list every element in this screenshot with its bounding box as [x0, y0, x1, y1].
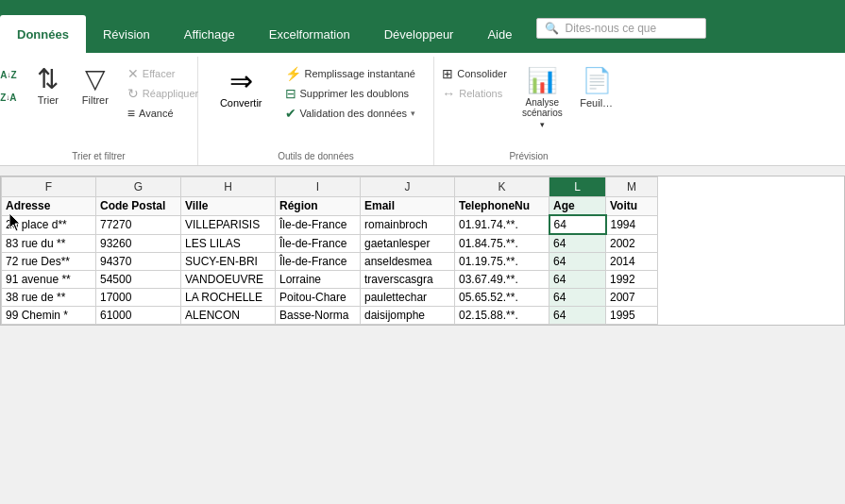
tab-bar: Données Révision Affichage Excelformatio…: [0, 0, 845, 53]
table-row[interactable]: 99 Chemin * 61000 ALENCON Basse-Norma da…: [2, 307, 658, 325]
col-header-K[interactable]: K: [455, 177, 549, 197]
group-outils-donnees: ⇒ Convertir ⚡ Remplissage instantané ⊟ S…: [198, 57, 434, 165]
group-outils-donnees-label: Outils de données: [198, 151, 433, 161]
analyse-arrow: ▾: [540, 120, 545, 129]
group-prevision: ⊞ Consolider ↔ Relations 📊 Analyse scéna…: [434, 57, 623, 165]
validation-icon: ✔: [285, 106, 296, 121]
convertir-icon: ⇒: [229, 64, 253, 97]
table-row[interactable]: 83 rue du ** 93260 LES LILAS Île-de-Fran…: [2, 234, 658, 253]
spreadsheet: F G H I J K L M Adresse Code Postal Vill…: [0, 176, 845, 326]
filter-options-group: ✕ Effacer ↻ Réappliquer ≡ Avancé: [124, 64, 202, 123]
col-header-J[interactable]: J: [361, 177, 455, 197]
tab-developpeur[interactable]: Développeur: [367, 15, 471, 53]
analyse-button[interactable]: 📊 Analyse scénarios ▾: [516, 62, 568, 133]
table-header-row: Adresse Code Postal Ville Région Email T…: [2, 197, 658, 216]
sort-buttons-group: A ↓ Z Z ↓ A: [0, 64, 22, 108]
relations-button[interactable]: ↔ Relations: [438, 84, 511, 103]
spreadsheet-area: F G H I J K L M Adresse Code Postal Vill…: [0, 166, 845, 504]
col-header-L[interactable]: L: [549, 177, 606, 197]
group-prevision-label: Prévision: [434, 151, 623, 161]
sort-za-button[interactable]: Z ↓ A: [0, 87, 22, 108]
column-header-row: F G H I J K L M: [2, 177, 658, 197]
tab-excelformation[interactable]: Excelformation: [252, 15, 367, 53]
trier-label: Trier: [38, 94, 59, 106]
tab-donnees[interactable]: Données: [0, 15, 86, 53]
col-header-M[interactable]: M: [606, 177, 658, 197]
sort-az-button[interactable]: A ↓ Z: [0, 64, 22, 85]
table-row[interactable]: 72 rue Des** 94370 SUCY-EN-BRI Île-de-Fr…: [2, 253, 658, 271]
validation-arrow: ▾: [411, 109, 415, 118]
effacer-button[interactable]: ✕ Effacer: [124, 64, 202, 83]
feuille-label: Feuil…: [580, 97, 613, 109]
table-row[interactable]: 20 place d** 77270 VILLEPARISIS Île-de-F…: [2, 215, 658, 234]
data-table: F G H I J K L M Adresse Code Postal Vill…: [1, 176, 658, 325]
analyse-label: Analyse scénarios: [522, 97, 563, 118]
filtrer-icon: ▽: [85, 66, 106, 92]
tab-aide[interactable]: Aide: [470, 15, 529, 53]
effacer-icon: ✕: [127, 66, 139, 81]
convertir-button[interactable]: ⇒ Convertir: [212, 60, 270, 112]
relations-label: Relations: [459, 88, 502, 99]
trier-icon: ⇅: [37, 66, 59, 92]
col-header-H[interactable]: H: [181, 177, 276, 197]
header-ville: Ville: [181, 197, 276, 216]
col-header-F[interactable]: F: [2, 177, 96, 197]
header-age: Age: [549, 197, 606, 216]
header-region: Région: [276, 197, 361, 216]
header-telephone: TelephoneNu: [455, 197, 549, 216]
validation-label: Validation des données: [300, 108, 408, 119]
filtrer-label: Filtrer: [82, 94, 109, 106]
search-box[interactable]: 🔍 Dites-nous ce que: [536, 18, 706, 39]
supprimer-doublons-button[interactable]: ⊟ Supprimer les doublons: [281, 84, 420, 103]
consolider-button[interactable]: ⊞ Consolider: [438, 64, 511, 83]
feuille-button[interactable]: 📄 Feuil…: [574, 62, 619, 112]
validation-button[interactable]: ✔ Validation des données ▾: [281, 104, 420, 123]
analyse-icon: 📊: [527, 66, 557, 95]
effacer-label: Effacer: [143, 68, 176, 79]
convertir-label: Convertir: [220, 97, 262, 109]
remplissage-icon: ⚡: [285, 66, 301, 81]
reappliquer-button[interactable]: ↻ Réappliquer: [124, 84, 202, 103]
avance-label: Avancé: [139, 108, 174, 119]
header-codepostal: Code Postal: [96, 197, 181, 216]
avance-icon: ≡: [127, 106, 135, 121]
header-adresse: Adresse: [2, 197, 96, 216]
group-trier-filtrer-label: Trier et filtrer: [0, 151, 197, 161]
table-row[interactable]: 91 avenue ** 54500 VANDOEUVRE Lorraine t…: [2, 271, 658, 289]
consolider-label: Consolider: [457, 68, 507, 79]
header-email: Email: [361, 197, 455, 216]
group-trier-filtrer: A ↓ Z Z ↓ A ⇅ Trier ▽ Filtrer: [0, 57, 198, 165]
avance-button[interactable]: ≡ Avancé: [124, 104, 202, 123]
supprimer-icon: ⊟: [285, 86, 296, 101]
feuille-icon: 📄: [582, 66, 612, 95]
prevision-left-group: ⊞ Consolider ↔ Relations: [438, 64, 511, 103]
tab-revision[interactable]: Révision: [86, 15, 167, 53]
search-icon: 🔍: [545, 22, 559, 35]
remplissage-button[interactable]: ⚡ Remplissage instantané: [281, 64, 420, 83]
header-voitu: Voitu: [606, 197, 658, 216]
table-row[interactable]: 38 rue de ** 17000 LA ROCHELLE Poitou-Ch…: [2, 289, 658, 307]
reappliquer-icon: ↻: [127, 86, 139, 101]
ribbon: A ↓ Z Z ↓ A ⇅ Trier ▽ Filtrer: [0, 53, 845, 166]
col-header-I[interactable]: I: [276, 177, 361, 197]
supprimer-label: Supprimer les doublons: [300, 88, 410, 99]
remplissage-label: Remplissage instantané: [305, 68, 415, 79]
filtrer-button[interactable]: ▽ Filtrer: [73, 62, 118, 109]
trier-button[interactable]: ⇅ Trier: [25, 62, 71, 109]
col-header-G[interactable]: G: [96, 177, 181, 197]
search-placeholder: Dites-nous ce que: [565, 22, 656, 35]
tab-affichage[interactable]: Affichage: [167, 15, 252, 53]
donnees-stacked-group: ⚡ Remplissage instantané ⊟ Supprimer les…: [281, 64, 420, 123]
consolider-icon: ⊞: [442, 66, 453, 81]
relations-icon: ↔: [442, 86, 455, 101]
reappliquer-label: Réappliquer: [143, 88, 198, 99]
